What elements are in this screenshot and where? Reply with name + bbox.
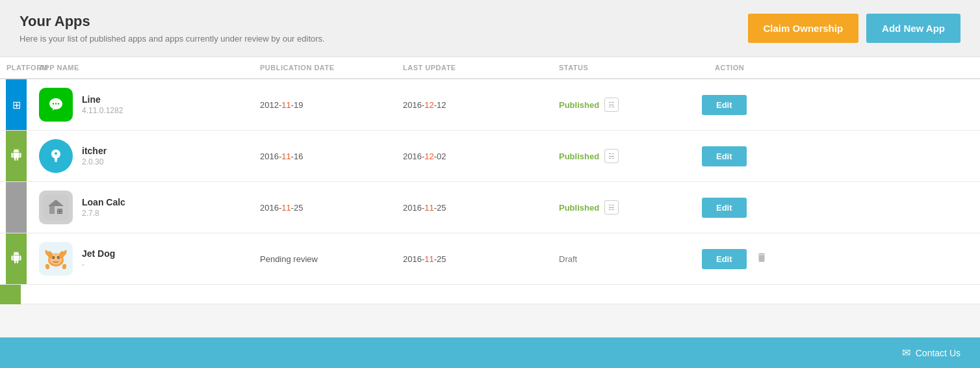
action-cell-line: Edit — [682, 95, 980, 115]
partial-platform-strip — [0, 285, 21, 304]
app-title-itcher: itcher — [82, 146, 107, 156]
table-row: Loan Calc 2.7.8 2016-11-25 2016-11-25 Pu… — [0, 182, 980, 233]
svg-point-22 — [58, 257, 59, 258]
status-label-line: Published — [559, 100, 599, 110]
platform-badge-apple — [6, 182, 27, 233]
col-header-status: Status — [539, 64, 682, 72]
platform-cell-jetdog — [0, 233, 32, 284]
app-icon-itcher — [39, 139, 73, 173]
platform-badge-android-itcher — [6, 131, 27, 181]
status-loancalc: Published ☵ — [539, 200, 682, 215]
status-line: Published ☵ — [539, 98, 682, 112]
app-icon-loancalc — [39, 191, 73, 224]
windows-icon: ⊞ — [12, 99, 21, 111]
app-icon-line — [39, 88, 73, 122]
svg-rect-6 — [55, 161, 57, 163]
table-header-row: Platform App Name Publication Date Last … — [0, 57, 980, 79]
svg-point-21 — [53, 257, 54, 258]
col-header-pubdate: Publication Date — [253, 64, 396, 72]
svg-point-2 — [55, 103, 57, 104]
android-icon-jetdog — [10, 252, 22, 266]
header-left: Your Apps Here is your list of published… — [19, 13, 325, 44]
lastupdate-line: 2016-12-12 — [396, 100, 539, 110]
app-info-itcher: itcher 2.0.30 — [32, 131, 253, 181]
action-cell-loancalc: Edit — [682, 198, 980, 218]
app-name-info-loancalc: Loan Calc 2.7.8 — [82, 197, 125, 218]
app-version-jetdog: - — [82, 260, 115, 269]
android-icon — [10, 149, 22, 163]
app-name-info-line: Line 4.11.0.1282 — [82, 94, 123, 115]
status-edit-icon-loancalc[interactable]: ☵ — [604, 200, 619, 215]
page-title: Your Apps — [19, 13, 325, 30]
app-version-line: 4.11.0.1282 — [82, 106, 123, 115]
pubdate-itcher: 2016-11-16 — [253, 151, 396, 161]
platform-badge-android-jetdog — [6, 233, 27, 284]
apps-table: Platform App Name Publication Date Last … — [0, 57, 980, 304]
platform-cell-loancalc — [0, 182, 32, 233]
platform-cell-line: ⊞ — [0, 79, 32, 130]
app-title-loancalc: Loan Calc — [82, 197, 125, 207]
col-header-appname: App Name — [32, 64, 253, 72]
status-label-loancalc: Published — [559, 203, 599, 213]
svg-rect-12 — [58, 209, 59, 211]
lastupdate-jetdog: 2016-11-25 — [396, 254, 539, 264]
pubdate-line: 2012-11-19 — [253, 100, 396, 110]
add-new-app-button[interactable]: Add New App — [866, 14, 961, 43]
lastupdate-loancalc: 2016-11-25 — [396, 203, 539, 213]
status-itcher: Published ☵ — [539, 149, 682, 163]
app-name-info-itcher: itcher 2.0.30 — [82, 146, 107, 166]
table-row: itcher 2.0.30 2016-11-16 2016-12-02 Publ… — [0, 131, 980, 182]
svg-point-1 — [53, 103, 54, 104]
page-header: Your Apps Here is your list of published… — [0, 0, 980, 57]
app-version-loancalc: 2.7.8 — [82, 209, 125, 218]
svg-point-3 — [58, 103, 59, 104]
status-label-jetdog: Draft — [559, 254, 577, 264]
platform-badge-windows: ⊞ — [6, 79, 27, 130]
partial-row — [0, 285, 980, 304]
pubdate-jetdog: Pending review — [253, 254, 396, 264]
svg-rect-8 — [43, 194, 69, 220]
status-edit-icon-itcher[interactable]: ☵ — [604, 149, 619, 163]
app-title-line: Line — [82, 94, 123, 105]
app-title-jetdog: Jet Dog — [82, 248, 115, 259]
status-jetdog: Draft — [539, 254, 682, 264]
action-cell-itcher: Edit — [682, 146, 980, 166]
col-header-platform: Platform — [0, 64, 32, 72]
action-cell-jetdog: Edit — [682, 249, 980, 269]
svg-rect-14 — [58, 212, 59, 213]
edit-button-loancalc[interactable]: Edit — [702, 198, 747, 218]
app-name-info-jetdog: Jet Dog - — [82, 248, 115, 269]
table-row: ⊞ Line 4.11.0.1282 2012-11-19 2016-12-12… — [0, 79, 980, 131]
app-info-loancalc: Loan Calc 2.7.8 — [32, 183, 253, 232]
header-buttons: Claim Ownership Add New App — [748, 14, 961, 43]
lastupdate-itcher: 2016-12-02 — [396, 151, 539, 161]
page-subtitle: Here is your list of published apps and … — [19, 34, 325, 44]
platform-cell-itcher — [0, 131, 32, 181]
claim-ownership-button[interactable]: Claim Ownership — [748, 14, 859, 43]
svg-point-7 — [55, 152, 57, 155]
app-info-jetdog: Jet Dog - — [32, 234, 253, 283]
edit-button-line[interactable]: Edit — [702, 95, 747, 115]
edit-button-itcher[interactable]: Edit — [702, 146, 747, 166]
edit-button-jetdog[interactable]: Edit — [702, 249, 747, 269]
table-row: Jet Dog - Pending review 2016-11-25 Draf… — [0, 233, 980, 285]
app-version-itcher: 2.0.30 — [82, 157, 107, 166]
svg-rect-15 — [60, 212, 62, 213]
col-header-action: Action — [682, 64, 980, 72]
status-label-itcher: Published — [559, 151, 599, 161]
pubdate-loancalc: 2016-11-25 — [253, 203, 396, 213]
status-edit-icon-line[interactable]: ☵ — [604, 98, 619, 112]
svg-rect-13 — [60, 209, 62, 211]
svg-rect-10 — [49, 206, 55, 214]
app-info-line: Line 4.11.0.1282 — [32, 80, 253, 129]
delete-button-jetdog[interactable] — [753, 249, 770, 269]
col-header-lastupdate: Last Update — [396, 64, 539, 72]
svg-rect-5 — [55, 159, 57, 161]
app-icon-jetdog — [39, 242, 73, 276]
